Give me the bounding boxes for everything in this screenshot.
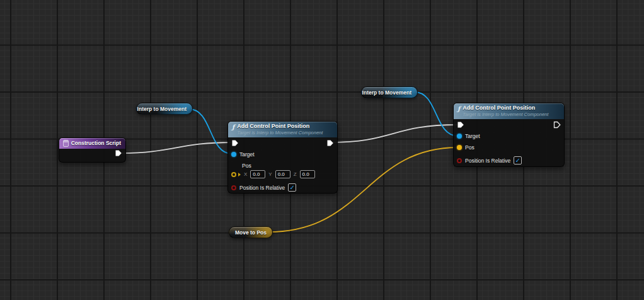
pin-label: Pos	[465, 144, 474, 151]
target-input-pin[interactable]: Target	[457, 133, 480, 139]
node-subtitle: Target is Interp to Movement Component	[463, 112, 548, 117]
exec-output-pin[interactable]	[553, 121, 561, 129]
node-title: Construction Script	[71, 140, 121, 147]
pin-label: Target	[239, 151, 255, 158]
exec-input-pin[interactable]	[457, 121, 464, 129]
exec-output-pin[interactable]	[326, 139, 334, 147]
bool-pin-icon	[231, 185, 236, 190]
exec-pin-icon	[115, 149, 122, 157]
object-pin-icon	[231, 152, 236, 157]
position-is-relative-checkbox[interactable]: ✓	[288, 183, 296, 192]
vector-pin-icon	[457, 145, 462, 150]
position-is-relative-pin[interactable]: Position Is Relative ✓	[457, 156, 522, 164]
pos-x-input[interactable]: 0.0	[250, 170, 265, 178]
node-title: Add Control Point Position	[237, 123, 323, 130]
exec-pin-icon	[231, 139, 239, 147]
vector-pin-icon	[231, 172, 236, 177]
blueprint-graph-canvas[interactable]: Construction Script Interp to Movement I…	[0, 0, 644, 300]
exec-pin-icon	[553, 121, 561, 129]
object-pin-icon	[457, 134, 462, 139]
pos-input-pin[interactable]: X 0.0 Y 0.0 Z 0.0	[231, 170, 315, 178]
bool-pin-icon	[457, 158, 462, 163]
node-interp-to-movement-left[interactable]: Interp to Movement	[136, 103, 193, 115]
variable-label: Interp to Movement	[137, 106, 187, 112]
axis-z-label: Z	[294, 171, 297, 177]
position-is-relative-checkbox[interactable]: ✓	[514, 156, 522, 164]
node-title: Add Control Point Position	[463, 105, 548, 112]
function-icon: ƒ	[232, 124, 234, 130]
exec-wire-construction-to-left-node[interactable]	[122, 142, 231, 153]
variable-label: Move to Pos	[235, 229, 267, 236]
node-add-control-point-position-right[interactable]: ƒ Add Control Point Position Target is I…	[453, 103, 565, 167]
node-add-control-point-position-left[interactable]: ƒ Add Control Point Position Target is I…	[227, 121, 338, 193]
pos-y-input[interactable]: 0.0	[275, 170, 290, 178]
axis-y-label: Y	[268, 171, 272, 177]
exec-input-pin[interactable]	[231, 139, 239, 147]
node-subtitle: Target is Interp to Movement Component	[237, 130, 323, 136]
node-construction-script[interactable]: Construction Script	[59, 137, 126, 163]
vector-pin-wedge-icon	[238, 173, 241, 176]
pos-pin-label: Pos	[242, 163, 251, 169]
pin-label: Position Is Relative	[239, 185, 285, 191]
position-is-relative-pin[interactable]: Position Is Relative ✓	[231, 183, 296, 192]
exec-output-pin[interactable]	[115, 149, 122, 157]
function-icon: ƒ	[457, 105, 460, 112]
target-input-pin[interactable]: Target	[231, 151, 255, 158]
exec-pin-icon	[326, 139, 334, 147]
axis-x-label: X	[244, 171, 247, 177]
node-interp-to-movement-right[interactable]: Interp to Movement	[361, 86, 418, 98]
object-wire-interp-right-to-target[interactable]	[415, 92, 458, 136]
pin-label: Target	[465, 133, 480, 139]
pos-input-pin[interactable]: Pos	[457, 144, 474, 151]
variable-label: Interp to Movement	[362, 89, 411, 96]
pos-z-input[interactable]: 0.0	[300, 170, 315, 178]
exec-pin-icon	[457, 121, 464, 129]
pin-label: Position Is Relative	[465, 158, 510, 164]
object-wire-interp-left-to-target[interactable]	[189, 109, 232, 154]
exec-wire-left-node-to-right-node[interactable]	[330, 125, 457, 142]
node-move-to-pos[interactable]: Move to Pos	[229, 226, 273, 238]
construction-script-icon	[63, 140, 69, 147]
